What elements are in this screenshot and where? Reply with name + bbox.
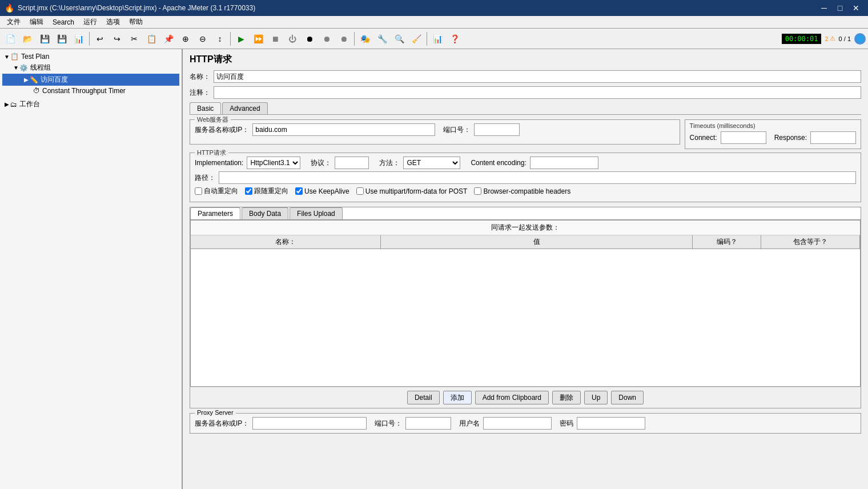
sub-tab-bar: Parameters Body Data Files Upload — [190, 207, 861, 220]
auto-redirect-checkbox[interactable] — [195, 187, 202, 195]
undo-button[interactable]: ↩ — [92, 31, 108, 47]
tree-item-http-request[interactable]: ▶ ✏️ 访问百度 — [2, 74, 179, 86]
timeouts-title: Timeouts (milliseconds) — [690, 122, 856, 129]
protocol-input[interactable] — [335, 157, 369, 169]
follow-redirect-checkbox[interactable] — [245, 187, 252, 195]
expander-thread-group[interactable]: ▼ — [13, 65, 19, 71]
encoding-input[interactable] — [530, 157, 598, 169]
content-panel: HTTP请求 名称： 注释： Basic Advanced Web服务器 — [183, 49, 868, 489]
template-button[interactable]: 🎭 — [357, 31, 373, 47]
delete-button[interactable]: 删除 — [552, 391, 581, 404]
tab-advanced[interactable]: Advanced — [222, 102, 267, 114]
add-clipboard-button[interactable]: Add from Clipboard — [475, 391, 549, 404]
menu-help[interactable]: 帮助 — [124, 16, 147, 28]
col-include: 包含等于？ — [761, 235, 860, 248]
browser-compat-check[interactable]: Browser-compatible headers — [474, 187, 570, 195]
expander-http[interactable]: ▶ — [23, 77, 30, 83]
close-button2[interactable]: 💾 — [37, 31, 53, 47]
remote-stop-button[interactable]: ⏺ — [319, 31, 335, 47]
separator-4 — [427, 32, 427, 46]
server-input[interactable] — [252, 123, 435, 136]
http-request-icon: ✏️ — [30, 76, 38, 84]
panel-title: HTTP请求 — [190, 54, 861, 66]
shutdown-button[interactable]: ⏻ — [284, 31, 300, 47]
port-input[interactable] — [474, 123, 520, 136]
remote-stop-all-button[interactable]: ⏺ — [336, 31, 352, 47]
sub-tab-files-upload[interactable]: Files Upload — [290, 207, 343, 219]
save-all-button[interactable]: 📊 — [71, 31, 87, 47]
up-button[interactable]: Up — [584, 391, 608, 404]
encoding-label: Content encoding: — [471, 159, 526, 167]
down-button[interactable]: Down — [611, 391, 644, 404]
sub-tab-body-data[interactable]: Body Data — [242, 207, 288, 219]
remote-start-button[interactable]: ⏺ — [302, 31, 318, 47]
comment-input[interactable] — [214, 86, 861, 99]
tree-item-workbench[interactable]: ▶ 🗂 工作台 — [2, 98, 179, 110]
add-button[interactable]: 添加 — [443, 391, 472, 404]
menu-run[interactable]: 运行 — [79, 16, 102, 28]
timeouts-section: Timeouts (milliseconds) Connect: Respons… — [685, 119, 861, 149]
toggle-button[interactable]: ↕ — [212, 31, 228, 47]
proxy-pass-input[interactable] — [577, 417, 645, 430]
sub-tab-parameters[interactable]: Parameters — [190, 207, 240, 219]
proxy-port-input[interactable] — [405, 417, 451, 430]
title-bar: 🔥 Script.jmx (C:\Users\anny\Desktop\Scri… — [0, 0, 868, 16]
close-button[interactable]: ✕ — [849, 2, 863, 14]
multipart-checkbox[interactable] — [356, 187, 364, 195]
expand-button[interactable]: ⊕ — [178, 31, 194, 47]
connect-input[interactable] — [721, 131, 766, 144]
impl-label: Implementation: — [195, 159, 243, 167]
save-button[interactable]: 💾 — [54, 31, 70, 47]
open-button[interactable]: 📂 — [19, 31, 35, 47]
name-label: 名称： — [190, 72, 210, 82]
main-tab-bar: Basic Advanced — [190, 102, 861, 115]
paste-button[interactable]: 📌 — [160, 31, 176, 47]
expander-workbench[interactable]: ▶ — [3, 101, 10, 108]
name-input[interactable] — [214, 70, 861, 83]
collapse-button[interactable]: ⊖ — [195, 31, 211, 47]
timeouts-row: Connect: Response: — [690, 131, 856, 144]
multipart-check[interactable]: Use multipart/form-data for POST — [356, 187, 468, 195]
tree-item-test-plan[interactable]: ▼ 📋 Test Plan — [2, 51, 179, 62]
tree-item-timer[interactable]: ⏱ Constant Throughput Timer — [2, 86, 179, 96]
keepalive-check[interactable]: Use KeepAlive — [295, 187, 349, 195]
path-input[interactable] — [219, 171, 856, 184]
keepalive-checkbox[interactable] — [295, 187, 303, 195]
function-button[interactable]: 🔧 — [374, 31, 390, 47]
menu-edit[interactable]: 编辑 — [25, 16, 48, 28]
results-button[interactable]: 📊 — [429, 31, 445, 47]
method-select[interactable]: GET POST PUT DELETE — [403, 157, 460, 169]
browser-compat-checkbox[interactable] — [474, 187, 481, 195]
path-label: 路径： — [195, 173, 215, 183]
tree-item-thread-group[interactable]: ▼ ⚙️ 线程组 — [2, 62, 179, 74]
help-btn[interactable]: ❓ — [447, 31, 463, 47]
menu-file[interactable]: 文件 — [2, 16, 25, 28]
proxy-user-input[interactable] — [483, 417, 552, 430]
warning-display: 2 ⚠ — [825, 35, 835, 42]
minimize-button[interactable]: ─ — [817, 2, 831, 14]
clear-button[interactable]: 🧹 — [408, 31, 424, 47]
auto-redirect-check[interactable]: 自动重定向 — [195, 186, 238, 196]
detail-button[interactable]: Detail — [407, 391, 440, 404]
start-no-pause-button[interactable]: ⏩ — [250, 31, 266, 47]
keepalive-label: Use KeepAlive — [304, 187, 349, 195]
path-row: 路径： — [195, 171, 856, 184]
new-button[interactable]: 📄 — [2, 31, 18, 47]
search-button[interactable]: 🔍 — [391, 31, 407, 47]
copy-button[interactable]: 📋 — [143, 31, 159, 47]
cut-button[interactable]: ✂ — [126, 31, 142, 47]
response-input[interactable] — [810, 131, 856, 144]
col-encode: 编码？ — [693, 235, 761, 248]
menu-options[interactable]: 选项 — [102, 16, 124, 28]
proxy-server-input[interactable] — [252, 417, 367, 430]
follow-redirect-check[interactable]: 跟随重定向 — [245, 186, 288, 196]
stop-button[interactable]: ⏹ — [267, 31, 283, 47]
expander-test-plan[interactable]: ▼ — [3, 53, 10, 60]
impl-select[interactable]: HttpClient3.1 HttpClient4 Java — [247, 157, 300, 169]
redo-button[interactable]: ↪ — [109, 31, 125, 47]
menu-search[interactable]: Search — [48, 17, 79, 27]
proxy-title: Proxy Server — [195, 409, 236, 416]
start-button[interactable]: ▶ — [233, 31, 249, 47]
tab-basic[interactable]: Basic — [190, 102, 221, 114]
maximize-button[interactable]: □ — [833, 2, 847, 14]
